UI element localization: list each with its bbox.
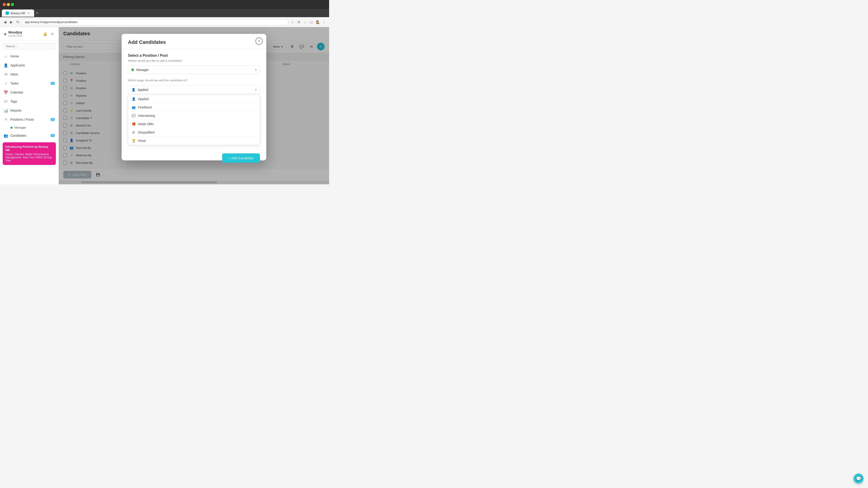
position-status-dot [131, 68, 134, 71]
tab-bar: Breezy HR × + [0, 9, 329, 17]
notification-icon[interactable]: 🔔 [42, 31, 48, 37]
sidebar-item-tags-label: Tags [10, 100, 17, 103]
stage-hired-icon: 🏆 [131, 139, 136, 142]
applicants-icon: 👤 [4, 63, 8, 68]
sidebar-item-home[interactable]: ⌂ Home [0, 52, 59, 61]
sidebar-item-reports[interactable]: 📊 Reports [0, 106, 59, 115]
forward-button[interactable]: ▶ [9, 19, 13, 25]
sidebar-back-button[interactable]: ◀ [4, 32, 6, 36]
address-bar[interactable]: app.breezy.hr/app/c/moodjoy/candidates [22, 19, 288, 25]
main-layout: ◀ Moodjoy Lauren Dell 🔔 ⚙ ⌂ Home 👤 Appli… [0, 27, 329, 184]
incognito-icon: 🕵 [315, 20, 320, 24]
modal-footer: + Add Candidate [122, 150, 266, 166]
stage-feedback-label: Feedback [138, 105, 152, 109]
position-dropdown[interactable]: Manager ▾ [128, 66, 260, 74]
profile-icon[interactable]: ◻ [309, 20, 314, 24]
active-tab[interactable]: Breezy HR × [2, 9, 34, 17]
sidebar-item-calendar-label: Calendar [10, 91, 23, 94]
sidebar-item-tags[interactable]: 🏷 Tags [0, 97, 59, 106]
browser-chrome [0, 0, 329, 9]
inbox-icon: ✉ [4, 72, 8, 76]
stage-option-applied[interactable]: 👤 Applied [128, 95, 260, 103]
sidebar-item-tasks[interactable]: ✓ Tasks + [0, 79, 59, 88]
sidebar-item-candidates[interactable]: 👥 Candidates + [0, 131, 59, 140]
address-text: app.breezy.hr/app/c/moodjoy/candidates [25, 20, 78, 24]
window-controls [3, 3, 14, 6]
candidates-icon: 👥 [4, 133, 8, 138]
stage-made-offer-label: Made Offer [138, 122, 154, 126]
select-position-title: Select a Position / Pool [128, 54, 260, 58]
positions-pools-icon: ≡ [4, 117, 8, 122]
bookmark-icon[interactable]: ☆ [290, 20, 295, 24]
add-candidates-modal: Add Candidates × Select a Position / Poo… [122, 34, 266, 160]
stage-feedback-icon: 👥 [131, 105, 136, 109]
sidebar-item-calendar[interactable]: 📅 Calendar [0, 88, 59, 97]
stage-applied-label: Applied [138, 97, 149, 101]
home-icon: ⌂ [4, 54, 8, 59]
position-dropdown-arrow: ▾ [255, 68, 256, 71]
sidebar-search-input[interactable] [3, 43, 56, 50]
stage-dropdown-arrow: ▾ [255, 88, 256, 91]
extensions-icon[interactable]: ⧉ [297, 20, 301, 24]
sidebar-nav: ⌂ Home 👤 Applicants ✉ Inbox ✓ Tasks + 📅 … [0, 52, 59, 140]
sidebar-item-positions-pools-label: Positions / Pools [10, 118, 34, 121]
sidebar-item-inbox[interactable]: ✉ Inbox [0, 70, 59, 79]
modal-header: Add Candidates × [122, 34, 266, 49]
company-name: Moodjoy [8, 30, 40, 34]
tags-icon: 🏷 [4, 99, 8, 104]
address-bar-row: ◀ ▶ ↻ app.breezy.hr/app/c/moodjoy/candid… [0, 17, 329, 27]
select-position-desc: Where would you like to add a candidate? [128, 59, 260, 62]
promo-title: Introducing Perform by Breezy HR [5, 145, 53, 152]
promo-banner[interactable]: Introducing Perform by Breezy HR Faster,… [3, 142, 56, 165]
promo-body: Faster, Cleaner, Better Performance Mana… [5, 153, 53, 162]
stage-option-disqualified[interactable]: 🗑 Disqualified [128, 128, 260, 137]
add-candidate-modal-button[interactable]: + Add Candidate [222, 153, 260, 163]
new-tab-button[interactable]: + [34, 11, 40, 15]
sidebar-item-applicants[interactable]: 👤 Applicants [0, 61, 59, 70]
address-icons: ☆ ⧉ ↓ ◻ 🕵 ⋮ [290, 20, 327, 24]
settings-icon[interactable]: ⚙ [50, 31, 55, 37]
modal-title: Add Candidates [128, 39, 260, 45]
modal-close-button[interactable]: × [255, 37, 263, 45]
sidebar-item-inbox-label: Inbox [10, 72, 18, 76]
stage-made-offer-icon: 🎁 [131, 122, 136, 126]
sidebar-sub-item-manager-label: Manager [14, 126, 26, 129]
modal-overlay: Add Candidates × Select a Position / Poo… [59, 27, 329, 184]
download-icon[interactable]: ↓ [303, 20, 307, 24]
menu-icon[interactable]: ⋮ [322, 20, 327, 24]
sidebar-company: Moodjoy Lauren Dell [8, 30, 40, 37]
sidebar-header: ◀ Moodjoy Lauren Dell 🔔 ⚙ [0, 27, 59, 41]
sidebar-sub-item-manager[interactable]: Manager [0, 124, 59, 131]
tasks-badge: + [51, 82, 55, 85]
stage-option-feedback[interactable]: 👥 Feedback [128, 103, 260, 111]
calendar-icon: 📅 [4, 90, 8, 95]
sidebar-item-positions-pools[interactable]: ≡ Positions / Pools + [0, 115, 59, 124]
selected-stage-name: Applied [138, 88, 253, 92]
stage-interviewing-label: Interviewing [138, 114, 155, 118]
positions-pools-badge: + [51, 118, 55, 121]
reports-icon: 📊 [4, 108, 8, 113]
candidates-badge: + [51, 134, 55, 137]
stage-dropdown[interactable]: 👤 Applied ▾ [128, 85, 260, 94]
content-area: Candidates More ▾ 🗑 💬 ✉ + Filtering Opti… [59, 27, 329, 184]
refresh-button[interactable]: ↻ [16, 19, 20, 25]
stage-option-hired[interactable]: 🏆 Hired [128, 137, 260, 145]
stage-hired-label: Hired [138, 139, 146, 142]
stage-applied-icon: 👤 [131, 97, 136, 101]
window-minimize-button[interactable] [7, 3, 10, 6]
sidebar-item-candidates-label: Candidates [10, 134, 26, 137]
window-close-button[interactable] [3, 3, 6, 6]
manager-status-dot [10, 127, 13, 129]
window-maximize-button[interactable] [11, 3, 14, 6]
back-button[interactable]: ◀ [3, 19, 7, 25]
stage-option-interviewing[interactable]: 💬 Interviewing [128, 111, 260, 120]
stage-option-made-offer[interactable]: 🎁 Made Offer [128, 120, 260, 128]
stage-question: Which stage should we add the candidate … [128, 78, 260, 82]
modal-body: Select a Position / Pool Where would you… [122, 49, 266, 150]
sidebar-item-tasks-label: Tasks [10, 82, 19, 85]
sidebar-header-icons: 🔔 ⚙ [42, 31, 55, 37]
tab-close-button[interactable]: × [27, 11, 31, 15]
tasks-icon: ✓ [4, 81, 8, 86]
company-user: Lauren Dell [8, 34, 40, 37]
sidebar-item-reports-label: Reports [10, 109, 22, 112]
